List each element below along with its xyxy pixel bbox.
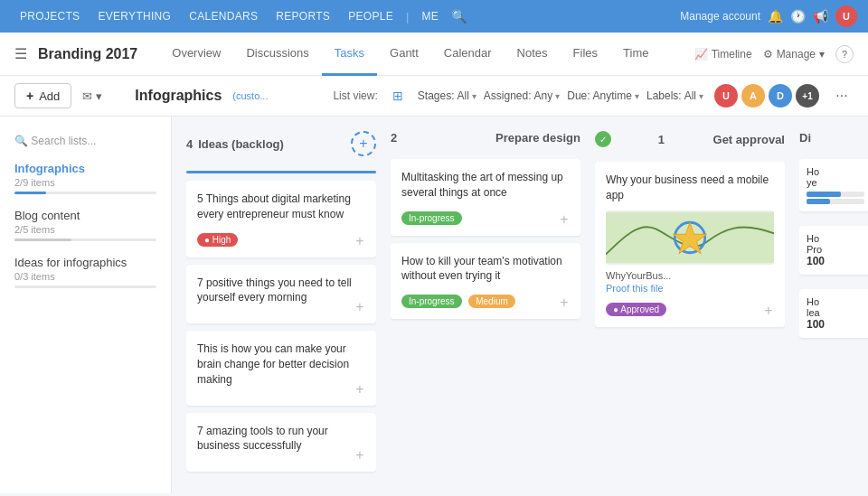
project-title: Branding 2017 xyxy=(38,46,137,62)
card-title: Multitasking the art of messing up sever… xyxy=(401,170,570,201)
bell-icon[interactable]: 🔔 xyxy=(768,9,783,23)
avatar-d[interactable]: D xyxy=(769,84,792,108)
card-3: This is how you can make your brain chan… xyxy=(186,331,376,405)
stages-chevron-icon: ▾ xyxy=(472,91,476,101)
add-button[interactable]: + Add xyxy=(14,83,71,108)
search-lists-input[interactable]: 🔍 Search lists... xyxy=(0,127,171,154)
card-add-button[interactable]: + xyxy=(555,211,573,229)
manage-account-link[interactable]: Manage account xyxy=(680,10,760,23)
column-partial: Di Ho ye Ho Pro 100 xyxy=(799,131,868,493)
partial-card-1: Ho ye xyxy=(799,159,868,211)
due-filter[interactable]: Due: Anytime ▾ xyxy=(567,89,639,102)
card-title: This is how you can make your brain chan… xyxy=(197,342,365,387)
column-prepare-design: 2 Prepare design Multitasking the art of… xyxy=(391,131,580,493)
card-2: 7 positive things you need to tell yours… xyxy=(186,265,376,324)
card-title: 5 Things about digital marketing every e… xyxy=(197,192,365,222)
check-icon: ✓ xyxy=(595,131,611,147)
notification-icon[interactable]: 📢 xyxy=(813,9,828,23)
in-progress-badge: In-progress xyxy=(401,211,462,225)
column-line-ideas xyxy=(186,171,376,173)
user-avatar[interactable]: U xyxy=(835,5,857,27)
column-add-button-ideas[interactable]: + xyxy=(351,131,376,156)
nav-everything[interactable]: EVERYTHING xyxy=(89,10,180,23)
nav-people[interactable]: PEOPLE xyxy=(339,10,402,23)
cards-prepare: Multitasking the art of messing up sever… xyxy=(391,159,580,493)
assigned-filter[interactable]: Assigned: Any ▾ xyxy=(484,89,560,102)
card-add-button[interactable]: + xyxy=(351,380,369,398)
cards-ideas: 5 Things about digital marketing every e… xyxy=(186,181,376,493)
column-ideas-backlog: 4 Ideas (backlog) + 5 Things about digit… xyxy=(186,131,376,493)
nav-reports[interactable]: REPORTS xyxy=(267,10,339,23)
list-view-label: List view: xyxy=(333,89,377,102)
card-4: 7 amazing tools to run your business suc… xyxy=(186,413,376,473)
tab-overview[interactable]: Overview xyxy=(159,33,233,76)
view-icons: ⊞ xyxy=(389,87,407,105)
nav-me[interactable]: ME xyxy=(412,10,448,23)
email-button[interactable]: ✉ ▾ xyxy=(82,89,102,103)
cards-approval: Why your business need a mobile app WhyY… xyxy=(595,162,785,493)
sidebar: 🔍 Search lists... Infographics 2/9 items… xyxy=(0,117,172,493)
column-header-ideas: 4 Ideas (backlog) + xyxy=(186,131,376,162)
due-chevron-icon: ▾ xyxy=(635,91,639,101)
proof-file-link[interactable]: Proof this file xyxy=(606,283,774,294)
sub-nav-right: 📈 Timeline ⚙ Manage ▾ ? xyxy=(694,45,854,63)
card-6: How to kill your team's motivation witho… xyxy=(391,243,580,320)
sidebar-item-ideas[interactable]: Ideas for infographics 0/3 items xyxy=(0,248,171,295)
avatar-u[interactable]: U xyxy=(714,84,738,108)
custom-tag[interactable]: (custo... xyxy=(232,90,268,101)
add-label: Add xyxy=(39,89,60,103)
card-add-button[interactable]: + xyxy=(351,298,369,316)
timeline-button[interactable]: 📈 Timeline xyxy=(694,48,752,61)
search-icon[interactable]: 🔍 xyxy=(451,9,467,23)
top-nav-right: Manage account 🔔 🕐 📢 U xyxy=(680,5,857,27)
tab-files[interactable]: Files xyxy=(561,33,610,76)
card-add-button[interactable]: + xyxy=(555,294,573,312)
card-title: 7 positive things you need to tell yours… xyxy=(197,276,365,306)
nav-calendars[interactable]: CALENDARS xyxy=(180,10,267,23)
section-title: Infographics xyxy=(135,88,222,104)
avatar-a[interactable]: A xyxy=(741,84,765,108)
more-options-button[interactable]: ··· xyxy=(830,84,854,108)
nav-tabs: Overview Discussions Tasks Gantt Calenda… xyxy=(159,33,661,76)
gear-icon: ⚙ xyxy=(763,48,773,61)
file-name: WhyYourBus... xyxy=(606,270,774,281)
search-icon: 🔍 xyxy=(14,135,28,147)
avatar-extra[interactable]: +1 xyxy=(796,84,819,108)
tab-calendar[interactable]: Calendar xyxy=(431,33,505,76)
filter-group: Stages: All ▾ Assigned: Any ▾ Due: Anyti… xyxy=(418,89,703,102)
card-1: 5 Things about digital marketing every e… xyxy=(186,181,376,257)
card-thumbnail xyxy=(606,211,774,265)
kanban-board: 4 Ideas (backlog) + 5 Things about digit… xyxy=(172,117,868,493)
card-5: Multitasking the art of messing up sever… xyxy=(391,159,580,236)
manage-button[interactable]: ⚙ Manage ▾ xyxy=(763,48,825,61)
in-progress-badge: In-progress xyxy=(401,295,462,308)
help-button[interactable]: ? xyxy=(835,45,854,63)
sidebar-item-blog-content[interactable]: Blog content 2/5 items xyxy=(0,201,171,248)
assigned-chevron-icon: ▾ xyxy=(555,91,560,101)
clock-icon[interactable]: 🕐 xyxy=(790,9,806,23)
tab-notes[interactable]: Notes xyxy=(505,33,561,76)
email-chevron-icon: ▾ xyxy=(96,89,102,103)
tab-time[interactable]: Time xyxy=(610,33,661,76)
stages-filter[interactable]: Stages: All ▾ xyxy=(418,89,476,102)
column-header-prepare: 2 Prepare design xyxy=(391,131,580,150)
labels-filter[interactable]: Labels: All ▾ xyxy=(646,89,703,102)
avatar-group: U A D +1 xyxy=(714,84,819,108)
tab-gantt[interactable]: Gantt xyxy=(377,33,431,76)
timeline-icon: 📈 xyxy=(694,48,708,61)
nav-projects[interactable]: PROJECTS xyxy=(11,10,89,23)
labels-chevron-icon: ▾ xyxy=(699,91,703,101)
sidebar-item-infographics[interactable]: Infographics 2/9 items xyxy=(0,154,171,201)
sub-navigation: ☰ Branding 2017 Overview Discussions Tas… xyxy=(0,33,868,76)
card-add-button[interactable]: + xyxy=(351,232,369,250)
tab-discussions[interactable]: Discussions xyxy=(233,33,321,76)
card-title: How to kill your team's motivation witho… xyxy=(401,254,570,285)
toolbar: + Add ✉ ▾ Infographics (custo... List vi… xyxy=(0,76,868,117)
hamburger-icon[interactable]: ☰ xyxy=(14,45,27,62)
grid-view-icon[interactable]: ⊞ xyxy=(389,87,407,105)
partial-card-3: Ho lea 100 xyxy=(799,289,868,338)
card-add-button[interactable]: + xyxy=(760,302,778,320)
card-add-button[interactable]: + xyxy=(351,446,369,464)
chevron-down-icon: ▾ xyxy=(819,48,825,61)
tab-tasks[interactable]: Tasks xyxy=(322,33,377,76)
